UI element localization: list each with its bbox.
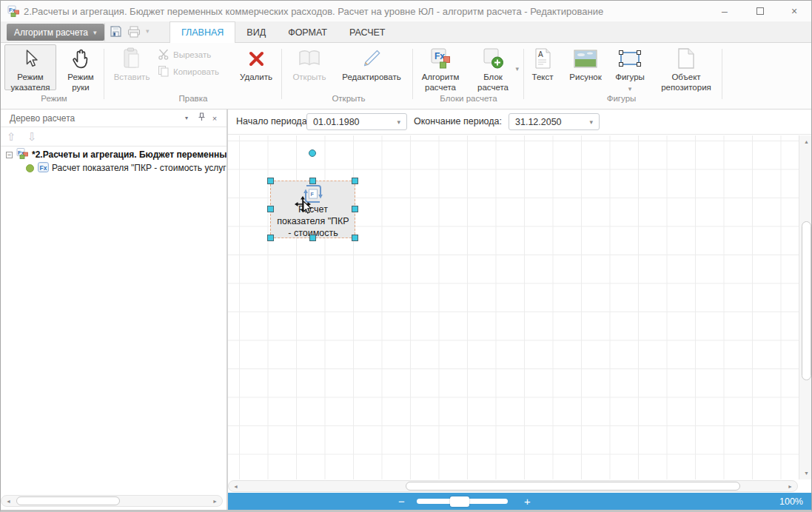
scroll-left-icon[interactable]: ◄ xyxy=(233,484,238,489)
panel-title: Дерево расчета xyxy=(10,113,75,124)
tab-vid[interactable]: ВИД xyxy=(235,21,277,43)
group-label-blocks: Блоки расчета xyxy=(417,94,520,103)
panel-menu-button[interactable]: ▾ xyxy=(181,112,192,124)
paste-button[interactable]: Вставить xyxy=(109,44,155,90)
edit-button[interactable]: Редактировать xyxy=(334,44,409,90)
svg-text:A: A xyxy=(538,50,543,58)
selection-handle-e[interactable] xyxy=(352,206,358,212)
scroll-down-icon[interactable]: ▼ xyxy=(804,471,809,476)
panel-header: Дерево расчета ▾ × xyxy=(1,110,227,127)
group-label-mode: Режим xyxy=(4,94,104,103)
tab-format[interactable]: ФОРМАТ xyxy=(277,21,338,43)
calc-block-label: Расчет показателя "ПКР - стоимость услуг… xyxy=(275,203,352,238)
tree-child-row[interactable]: Fx Расчет показателя "ПКР - стоимость ус… xyxy=(1,161,227,175)
text-shape-button[interactable]: A Текст xyxy=(526,44,560,90)
text-page-icon: A xyxy=(526,45,559,72)
chevron-down-icon: ▾ xyxy=(397,118,400,126)
maximize-button[interactable] xyxy=(748,4,773,18)
selection-handle-s[interactable] xyxy=(309,235,316,241)
app-algorithm-icon: Fx xyxy=(7,5,20,21)
scissors-icon xyxy=(158,48,170,61)
divider xyxy=(104,23,105,41)
maximize-icon xyxy=(756,7,764,15)
picture-icon xyxy=(563,45,608,72)
cut-label: Вырезать xyxy=(173,50,211,59)
selection-handle-nw[interactable] xyxy=(267,178,274,184)
zoom-out-button[interactable]: − xyxy=(398,495,405,508)
calc-block-shape[interactable]: F Расчет показателя "ПКР - стоимость усл… xyxy=(270,181,355,238)
scroll-left-icon[interactable]: ◄ xyxy=(6,499,11,504)
group-label-open: Открыть xyxy=(288,94,409,103)
print-dropdown-button[interactable]: ▾ xyxy=(146,27,150,35)
repository-object-label: Объект репозитория xyxy=(661,73,711,92)
title-bar: Fx 2.Расчеты и агрегация. Бюджет перемен… xyxy=(1,1,811,21)
group-separator xyxy=(412,49,413,99)
panel-horizontal-scrollbar[interactable]: ◄ ► xyxy=(1,495,223,507)
period-end-combobox[interactable]: 31.12.2050 ▾ xyxy=(509,113,600,130)
cursor-arrow-icon xyxy=(5,45,56,72)
zoom-slider-thumb[interactable] xyxy=(450,496,469,507)
scrollbar-thumb[interactable] xyxy=(802,221,811,380)
panel-toolbar: ⇧ ⇩ xyxy=(1,128,227,146)
tab-glavnaya[interactable]: ГЛАВНАЯ xyxy=(170,21,235,44)
print-button[interactable] xyxy=(127,26,141,41)
hand-icon xyxy=(60,45,101,72)
hand-mode-button[interactable]: Режим руки xyxy=(59,44,102,90)
selection-handle-ne[interactable] xyxy=(352,178,358,184)
pin-icon[interactable] xyxy=(195,112,207,124)
app-menu-button[interactable]: Алгоритм расчета ▾ xyxy=(7,24,104,41)
scroll-right-icon[interactable]: ► xyxy=(212,499,218,504)
tree-root-row[interactable]: − Fx *2.Расчеты и агрегация. Бюджет пере… xyxy=(1,148,227,161)
repository-object-button[interactable]: Объект репозитория xyxy=(655,44,717,90)
canvas-horizontal-scrollbar[interactable]: ◄ ► xyxy=(228,480,798,492)
delete-label: Удалить xyxy=(240,73,272,81)
pencil-icon xyxy=(335,45,409,72)
period-end-label: Окончание периода: xyxy=(414,116,502,127)
zoom-level-value: 100% xyxy=(779,496,803,507)
close-button[interactable]: × xyxy=(782,4,807,18)
move-down-button[interactable]: ⇩ xyxy=(27,130,37,144)
fx-algorithm-icon: Fx xyxy=(417,45,463,72)
calc-algorithm-button[interactable]: Fx Алгоритм расчета xyxy=(417,44,464,90)
move-up-button[interactable]: ⇧ xyxy=(7,130,16,144)
calc-algorithm-label: Алгоритм расчета xyxy=(422,73,460,92)
selection-handle-w[interactable] xyxy=(267,206,274,212)
collapse-icon[interactable]: − xyxy=(6,152,13,158)
selection-handle-n[interactable] xyxy=(309,178,316,184)
chevron-down-icon[interactable]: ▾ xyxy=(515,64,519,74)
scroll-right-icon[interactable]: ► xyxy=(788,484,793,489)
tab-raschet[interactable]: РАСЧЕТ xyxy=(338,21,396,43)
diagram-grid[interactable]: F Расчет показателя "ПКР - стоимость усл… xyxy=(228,135,799,479)
period-start-combobox[interactable]: 01.01.1980 ▾ xyxy=(306,113,407,130)
save-button[interactable] xyxy=(110,25,122,41)
open-label: Открыть xyxy=(292,73,326,81)
shapes-button[interactable]: Фигуры ▾ xyxy=(611,44,648,90)
group-separator xyxy=(722,49,722,99)
shapes-label: Фигуры xyxy=(615,73,645,81)
open-book-icon xyxy=(289,45,330,72)
scrollbar-thumb[interactable] xyxy=(16,496,120,505)
selection-handle-sw[interactable] xyxy=(267,235,274,241)
chevron-down-icon[interactable]: ▾ xyxy=(612,84,648,94)
canvas-area: Начало периода: 01.01.1980 ▾ Окончание п… xyxy=(227,110,812,512)
calc-tree-panel: Дерево расчета ▾ × ⇧ ⇩ − Fx *2.Расчеты и… xyxy=(1,110,227,512)
copy-button[interactable]: Копировать xyxy=(158,64,219,79)
pointer-mode-button[interactable]: Режим указателя xyxy=(4,44,56,90)
app-menu-label: Алгоритм расчета xyxy=(14,27,88,38)
scrollbar-thumb[interactable] xyxy=(406,482,740,491)
cut-button[interactable]: Вырезать xyxy=(158,47,211,62)
selection-handle-se[interactable] xyxy=(352,235,358,241)
scroll-up-icon[interactable]: ▲ xyxy=(804,139,809,144)
open-button[interactable]: Открыть xyxy=(288,44,331,90)
period-start-value: 01.01.1980 xyxy=(313,117,360,127)
panel-close-button[interactable]: × xyxy=(209,112,221,124)
copy-pages-icon xyxy=(158,65,170,78)
vertical-scrollbar[interactable]: ▲ ▼ xyxy=(799,135,812,479)
picture-button[interactable]: Рисунок xyxy=(563,44,608,90)
minimize-button[interactable]: – xyxy=(712,4,737,18)
shapes-rect-icon xyxy=(612,45,648,72)
zoom-in-button[interactable]: + xyxy=(524,495,531,508)
delete-button[interactable]: Удалить xyxy=(235,44,278,90)
calc-block-button[interactable]: Блок расчета ▾ xyxy=(467,44,519,90)
rotation-handle[interactable] xyxy=(309,149,316,157)
